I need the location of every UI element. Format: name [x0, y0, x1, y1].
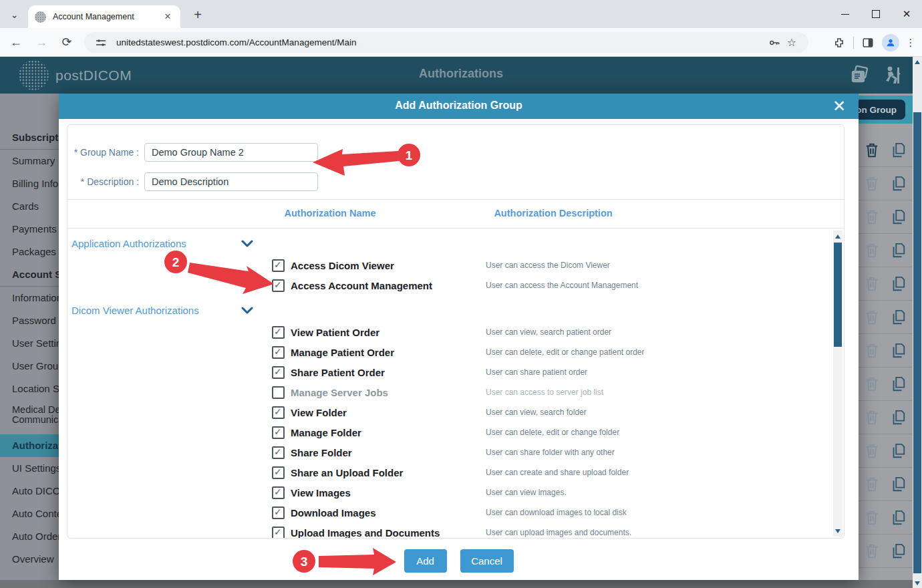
sidebar-item[interactable]: Information	[0, 287, 59, 309]
sidebar-item[interactable]: UI Settings	[0, 457, 59, 480]
close-dialog-icon[interactable]: ✕	[829, 96, 849, 116]
delete-trash-icon[interactable]	[865, 243, 879, 259]
checkbox[interactable]	[272, 506, 285, 519]
close-window-button[interactable]: ✕	[891, 0, 922, 28]
checkbox[interactable]	[272, 426, 285, 439]
delete-trash-icon[interactable]	[865, 209, 879, 225]
url-text[interactable]: unitedstateswest.postdicom.com/AccountMa…	[116, 37, 766, 47]
scroll-down-arrow-icon[interactable]	[915, 581, 920, 585]
section-header[interactable]: Dicom Viewer Authorizations	[71, 302, 253, 318]
sidebar-item[interactable]: Medical Device Communication	[0, 400, 59, 434]
delete-trash-icon[interactable]	[865, 176, 879, 192]
sidebar-item[interactable]: Authorizations	[0, 434, 59, 457]
scroll-up-arrow-icon[interactable]	[835, 235, 840, 239]
back-button[interactable]: ←	[7, 33, 25, 51]
sidebar-item[interactable]: Auto Order Settings	[0, 525, 59, 548]
page-scrollbar-thumb[interactable]	[913, 112, 921, 573]
checkbox[interactable]	[272, 366, 285, 379]
section-header[interactable]: Application Authorizations	[71, 235, 253, 251]
delete-trash-icon[interactable]	[865, 376, 879, 392]
tab-search-button[interactable]: ⌄	[5, 5, 23, 23]
checkbox[interactable]	[272, 446, 285, 459]
copy-duplicate-icon[interactable]	[890, 208, 906, 226]
copy-duplicate-icon[interactable]	[890, 309, 906, 326]
minimize-button[interactable]	[830, 0, 861, 28]
maximize-button[interactable]	[861, 0, 891, 28]
delete-trash-icon[interactable]	[865, 510, 879, 526]
bookmark-star-icon[interactable]: ☆	[783, 34, 800, 51]
scroll-up-arrow-icon[interactable]	[915, 60, 920, 64]
sidebar-item[interactable]: Account Settings	[0, 263, 59, 287]
sidebar-item[interactable]: Packages	[0, 241, 59, 263]
description-input[interactable]	[144, 172, 318, 191]
copy-duplicate-icon[interactable]	[890, 376, 906, 393]
checkbox[interactable]	[272, 406, 285, 419]
scroll-down-arrow-icon[interactable]	[835, 529, 840, 533]
list-scrollbar[interactable]	[833, 231, 842, 537]
checkbox[interactable]	[272, 527, 285, 539]
forward-button[interactable]: →	[32, 33, 51, 51]
delete-trash-icon[interactable]	[865, 410, 879, 426]
sidebar-item[interactable]: Location Settings	[0, 378, 59, 400]
group-name-input[interactable]	[144, 143, 318, 162]
reload-button[interactable]: ⟳	[57, 33, 76, 51]
list-scrollbar-thumb[interactable]	[834, 243, 842, 347]
checkbox[interactable]	[272, 466, 285, 479]
delete-trash-icon[interactable]	[865, 476, 879, 492]
copy-duplicate-icon[interactable]	[890, 275, 906, 293]
copy-duplicate-icon[interactable]	[890, 142, 906, 159]
side-panel-icon[interactable]	[859, 34, 877, 51]
authorization-row: Access Dicom Viewer User can access the …	[67, 255, 844, 275]
checkbox[interactable]	[272, 346, 285, 359]
sidebar-item[interactable]: Subscription	[0, 126, 59, 150]
sidebar-item[interactable]: User Groups	[0, 355, 59, 378]
sidebar-item[interactable]: Password	[0, 309, 59, 332]
cancel-button[interactable]: Cancel	[460, 549, 514, 573]
new-tab-button[interactable]: +	[188, 5, 207, 24]
chevron-down-icon[interactable]	[241, 240, 253, 247]
close-tab-icon[interactable]: ✕	[162, 11, 174, 23]
copy-duplicate-icon[interactable]	[890, 442, 906, 460]
checkbox[interactable]	[272, 259, 285, 272]
copy-duplicate-icon[interactable]	[890, 342, 906, 359]
browser-tab[interactable]: Account Management ✕	[28, 5, 180, 28]
sidebar-item[interactable]: Payments	[0, 218, 59, 241]
checkbox[interactable]	[272, 386, 285, 399]
chevron-down-icon[interactable]	[241, 307, 253, 314]
sidebar-item[interactable]: User Settings	[0, 332, 59, 355]
copy-duplicate-icon[interactable]	[890, 543, 906, 560]
sidebar-item[interactable]: Auto DICOM Settings	[0, 480, 59, 502]
sidebar-item[interactable]: Cards	[0, 195, 59, 218]
image-gallery-icon[interactable]	[849, 65, 871, 86]
delete-trash-icon[interactable]	[865, 309, 879, 325]
sidebar-item[interactable]: Overview	[0, 548, 59, 571]
delete-trash-icon[interactable]	[865, 142, 879, 158]
checkbox[interactable]	[272, 326, 285, 339]
delete-trash-icon[interactable]	[865, 343, 879, 359]
page-scrollbar[interactable]	[913, 57, 922, 588]
sidebar-item[interactable]: Summary	[0, 150, 59, 172]
delete-trash-icon[interactable]	[865, 276, 879, 292]
copy-duplicate-icon[interactable]	[890, 509, 906, 527]
site-settings-icon[interactable]	[92, 34, 110, 51]
password-key-icon[interactable]	[766, 34, 783, 51]
section-title: Application Authorizations	[71, 238, 186, 249]
extensions-icon[interactable]	[830, 34, 848, 51]
add-authorization-group-button[interactable]: Add Authorization Group	[859, 100, 905, 120]
copy-duplicate-icon[interactable]	[890, 175, 906, 192]
delete-trash-icon[interactable]	[865, 543, 879, 559]
delete-trash-icon[interactable]	[865, 443, 879, 459]
copy-duplicate-icon[interactable]	[890, 242, 906, 259]
copy-duplicate-icon[interactable]	[890, 409, 906, 426]
logout-icon[interactable]	[882, 65, 905, 86]
checkbox[interactable]	[272, 486, 285, 499]
checkbox[interactable]	[272, 279, 285, 292]
authorization-description: User can delete, edit or change patient …	[486, 347, 644, 357]
sidebar-item[interactable]: Billing Information	[0, 172, 59, 195]
browser-menu-icon[interactable]: ⋮	[905, 37, 917, 49]
address-bar[interactable]: unitedstateswest.postdicom.com/AccountMa…	[84, 32, 808, 53]
sidebar-item[interactable]: Auto Content Settings	[0, 502, 59, 525]
profile-avatar[interactable]	[882, 34, 899, 51]
add-button[interactable]: Add	[404, 549, 447, 573]
copy-duplicate-icon[interactable]	[890, 476, 906, 493]
